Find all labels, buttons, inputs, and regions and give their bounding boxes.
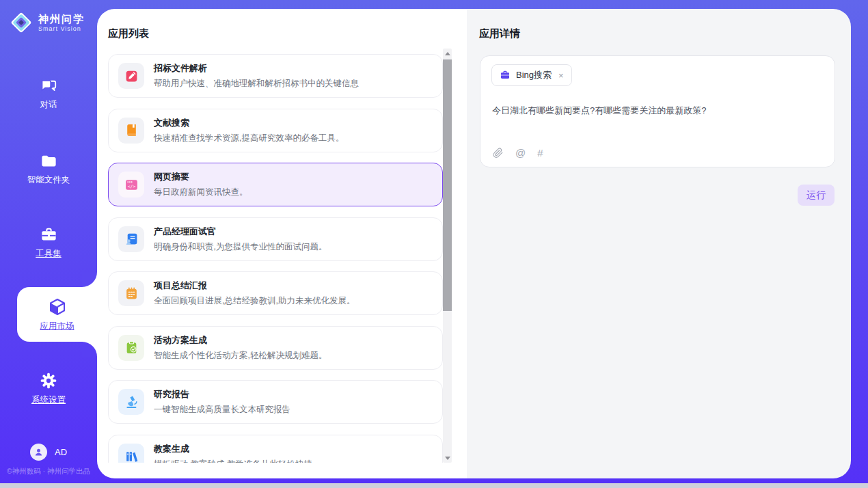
interview-doc-icon bbox=[118, 226, 144, 252]
browser-code-icon: </> bbox=[118, 172, 144, 198]
app-name: 教案生成 bbox=[154, 443, 312, 455]
app-card-pm-interviewer[interactable]: 产品经理面试官 明确身份和职责,为您提供专业性的面试问题。 bbox=[108, 217, 443, 261]
hash-icon[interactable]: # bbox=[537, 147, 543, 159]
brand-name: 神州问学 bbox=[38, 13, 85, 25]
app-logo: 神州问学 Smart Vision bbox=[10, 11, 85, 34]
folder-icon bbox=[40, 152, 58, 170]
sidebar-item-chat[interactable]: 对话 bbox=[0, 77, 97, 111]
tool-chip-bing-search[interactable]: Bing搜索 × bbox=[491, 64, 572, 86]
scroll-up-icon[interactable] bbox=[443, 49, 452, 58]
sidebar-item-label: 系统设置 bbox=[31, 394, 66, 406]
app-name: 活动方案生成 bbox=[154, 334, 327, 347]
at-mention-icon[interactable]: @ bbox=[515, 147, 526, 159]
avatar bbox=[30, 444, 47, 461]
briefcase-icon bbox=[500, 70, 511, 81]
svg-text:</>: </> bbox=[127, 183, 135, 188]
app-description: 明确身份和职责,为您提供专业性的面试问题。 bbox=[154, 241, 327, 253]
close-icon[interactable]: × bbox=[558, 70, 564, 81]
sidebar-item-app-market[interactable]: 应用市场 bbox=[17, 287, 97, 342]
person-icon bbox=[33, 447, 44, 457]
app-list-panel: 应用列表 招标文件解析 帮助用户快速、准确地理解和解析招标书中的关键信息 bbox=[97, 9, 467, 478]
books-icon bbox=[118, 444, 144, 463]
app-description: 帮助用户快速、准确地理解和解析招标书中的关键信息 bbox=[154, 78, 359, 90]
sidebar-item-label: 智能文件夹 bbox=[27, 174, 70, 186]
sidebar-item-label: 工具集 bbox=[36, 248, 62, 260]
sidebar-item-smart-folder[interactable]: 智能文件夹 bbox=[0, 152, 97, 186]
app-card-literature-search[interactable]: 文献搜索 快速精准查找学术资源,提高研究效率的必备工具。 bbox=[108, 109, 443, 152]
sidebar-item-toolset[interactable]: 工具集 bbox=[0, 226, 97, 260]
app-name: 研究报告 bbox=[154, 388, 290, 401]
notepad-icon bbox=[118, 280, 144, 306]
query-composer[interactable]: Bing搜索 × 今日湖北有哪些新闻要点?有哪些需要关注的最新政策? @ # bbox=[480, 55, 835, 167]
copyright-footer: ©神州数码 · 神州问学出品 bbox=[0, 467, 97, 476]
app-description: 一键智能生成高质量长文本研究报告 bbox=[154, 404, 290, 416]
app-frame: 神州问学 Smart Vision 对话 智能文件夹 工具集 bbox=[0, 0, 868, 483]
chat-icon bbox=[40, 77, 58, 95]
logo-icon bbox=[10, 11, 33, 34]
app-name: 网页摘要 bbox=[154, 171, 248, 183]
content-shell: 应用列表 招标文件解析 帮助用户快速、准确地理解和解析招标书中的关键信息 bbox=[97, 9, 851, 478]
app-card-research-report[interactable]: 研究报告 一键智能生成高质量长文本研究报告 bbox=[108, 380, 443, 424]
app-list-title: 应用列表 bbox=[108, 27, 149, 40]
list-scrollbar[interactable] bbox=[443, 49, 452, 463]
bubble-curve-top bbox=[82, 272, 97, 287]
query-text[interactable]: 今日湖北有哪些新闻要点?有哪些需要关注的最新政策? bbox=[492, 104, 820, 117]
microscope-icon bbox=[118, 389, 144, 415]
app-description: 模板驱动,教案秒成,教学准备从此轻松快捷 bbox=[154, 459, 312, 463]
app-name: 招标文件解析 bbox=[154, 62, 359, 74]
scroll-down-icon[interactable] bbox=[443, 453, 452, 463]
document-edit-icon bbox=[118, 63, 144, 89]
sidebar-item-settings[interactable]: 系统设置 bbox=[0, 371, 97, 406]
app-card-lesson-plan[interactable]: 教案生成 模板驱动,教案秒成,教学准备从此轻松快捷 bbox=[108, 435, 443, 463]
user-account[interactable]: AD bbox=[0, 444, 97, 461]
paperclip-icon[interactable] bbox=[492, 147, 504, 159]
app-card-list: 招标文件解析 帮助用户快速、准确地理解和解析招标书中的关键信息 文献搜索 bbox=[108, 54, 443, 463]
app-card-event-plan[interactable]: 活动方案生成 智能生成个性化活动方案,轻松解决规划难题。 bbox=[108, 326, 443, 370]
clipboard-check-icon bbox=[118, 335, 144, 361]
cube-icon bbox=[47, 297, 68, 317]
app-card-bid-analysis[interactable]: 招标文件解析 帮助用户快速、准确地理解和解析招标书中的关键信息 bbox=[108, 54, 443, 98]
app-card-project-summary[interactable]: 项目总结汇报 全面回顾项目进展,总结经验教训,助力未来优化发展。 bbox=[108, 271, 443, 315]
app-description: 快速精准查找学术资源,提高研究效率的必备工具。 bbox=[154, 133, 344, 144]
app-detail-panel: 应用详情 Bing搜索 × 今日湖北有哪些新闻要点?有哪些需要关注的最新政策? bbox=[467, 9, 851, 478]
app-detail-title: 应用详情 bbox=[479, 27, 520, 40]
scrollbar-thumb[interactable] bbox=[443, 59, 452, 311]
bubble-curve-bottom bbox=[82, 342, 97, 357]
app-description: 智能生成个性化活动方案,轻松解决规划难题。 bbox=[154, 350, 327, 362]
sidebar-item-label: 对话 bbox=[40, 99, 57, 111]
user-name: AD bbox=[55, 447, 67, 457]
tool-chip-label: Bing搜索 bbox=[516, 69, 552, 81]
app-description: 每日政府新闻资讯快查。 bbox=[154, 187, 248, 198]
app-card-web-summary[interactable]: </> 网页摘要 每日政府新闻资讯快查。 bbox=[108, 163, 443, 206]
app-name: 项目总结汇报 bbox=[154, 280, 355, 292]
toolbox-icon bbox=[40, 226, 58, 244]
book-icon bbox=[118, 118, 144, 144]
sidebar-item-label: 应用市场 bbox=[40, 321, 74, 332]
app-name: 产品经理面试官 bbox=[154, 226, 327, 238]
brand-subtitle: Smart Vision bbox=[38, 25, 85, 32]
gear-icon bbox=[39, 371, 58, 390]
app-description: 全面回顾项目进展,总结经验教训,助力未来优化发展。 bbox=[154, 295, 355, 307]
run-button[interactable]: 运行 bbox=[798, 185, 835, 206]
app-name: 文献搜索 bbox=[154, 117, 344, 129]
